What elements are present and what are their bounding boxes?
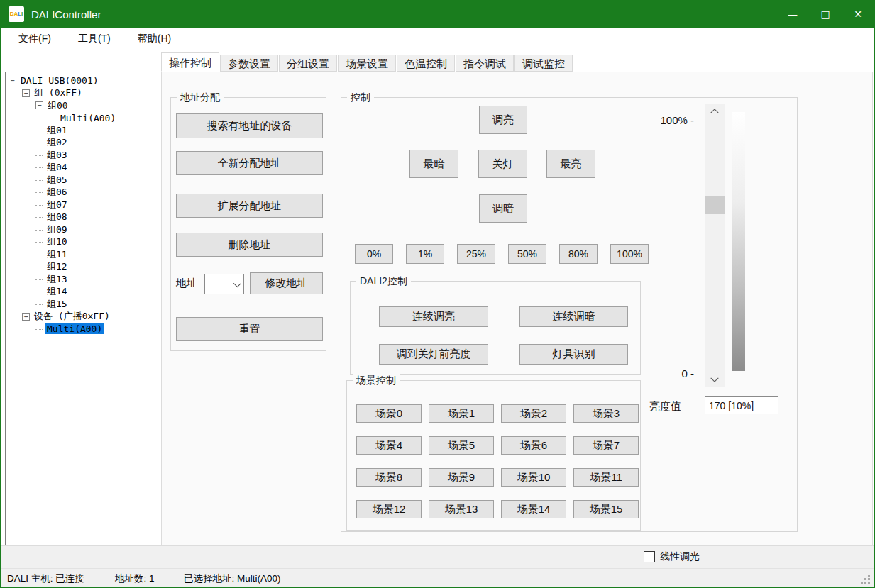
tree-item[interactable]: 组14 xyxy=(6,286,153,299)
tree-item[interactable]: 组03 xyxy=(6,149,153,162)
scene-button[interactable]: 场景15 xyxy=(573,500,639,518)
collapse-icon[interactable]: − xyxy=(22,313,30,321)
dali2-button[interactable]: 连续调暗 xyxy=(519,306,628,327)
tree-item[interactable]: 组06 xyxy=(6,187,153,199)
extend-assign-addresses-button[interactable]: 扩展分配地址 xyxy=(176,194,323,218)
reset-button[interactable]: 重置 xyxy=(176,317,323,341)
tree-item-label[interactable]: Multi(A00) xyxy=(45,323,104,334)
tree-item[interactable]: 组04 xyxy=(6,162,153,174)
tree-item-label[interactable]: 组07 xyxy=(45,199,69,211)
tree-item-label[interactable]: 组08 xyxy=(45,211,69,223)
modify-address-button[interactable]: 修改地址 xyxy=(250,272,323,294)
percent-button[interactable]: 25% xyxy=(457,244,495,264)
tab[interactable]: 调试监控 xyxy=(514,55,573,72)
tree-item-label[interactable]: 组01 xyxy=(45,124,69,137)
tree-item-label[interactable]: 设备 (广播0xFF) xyxy=(33,310,111,323)
collapse-icon[interactable]: − xyxy=(35,101,43,109)
collapse-icon[interactable] xyxy=(49,118,56,118)
tree-item-label[interactable]: 组11 xyxy=(45,248,69,261)
dim-min-button[interactable]: 最暗 xyxy=(409,150,458,178)
brightness-value-field[interactable]: 170 [10%] xyxy=(705,396,778,414)
tree-item[interactable]: 组09 xyxy=(6,223,153,236)
dim-max-button[interactable]: 最亮 xyxy=(546,150,595,178)
lamp-off-button[interactable]: 关灯 xyxy=(478,150,527,178)
scene-button[interactable]: 场景9 xyxy=(429,468,494,487)
maximize-button[interactable]: □ xyxy=(809,1,842,28)
tab[interactable]: 场景设置 xyxy=(338,55,396,72)
dali2-button[interactable]: 灯具识别 xyxy=(519,344,628,365)
tree-item-label[interactable]: 组02 xyxy=(45,136,69,149)
scrollbar-thumb[interactable] xyxy=(705,196,725,214)
close-button[interactable]: ✕ xyxy=(842,1,874,28)
percent-button[interactable]: 50% xyxy=(508,244,546,264)
collapse-icon[interactable] xyxy=(35,131,43,131)
collapse-icon[interactable] xyxy=(35,242,43,243)
collapse-icon[interactable] xyxy=(35,180,43,181)
scene-button[interactable]: 场景10 xyxy=(501,468,566,487)
collapse-icon[interactable] xyxy=(35,292,43,292)
tree-item-label[interactable]: 组10 xyxy=(45,235,69,248)
tree-item[interactable]: 组08 xyxy=(6,211,153,224)
scene-button[interactable]: 场景13 xyxy=(429,500,494,518)
scroll-down-button[interactable] xyxy=(705,373,725,387)
device-tree[interactable]: − DALI USB(0001) − 组 (0xFF) − 组00 Multi(… xyxy=(5,72,153,545)
percent-button[interactable]: 80% xyxy=(559,244,598,264)
tree-item[interactable]: 组12 xyxy=(6,261,153,274)
address-combobox[interactable] xyxy=(204,274,244,294)
scene-button[interactable]: 场景4 xyxy=(356,436,422,455)
dim-up-button[interactable]: 调亮 xyxy=(479,106,527,134)
tree-item-label[interactable]: 组04 xyxy=(45,161,69,174)
linear-dimming-option[interactable]: 线性调光 xyxy=(644,550,700,563)
tree-item[interactable]: − DALI USB(0001) xyxy=(6,74,153,87)
scene-button[interactable]: 场景0 xyxy=(356,404,422,423)
menu-item[interactable]: 文件(F) xyxy=(14,30,55,48)
collapse-icon[interactable]: − xyxy=(22,89,30,97)
tree-item[interactable]: − 组 (0xFF) xyxy=(6,87,153,100)
tree-item-label[interactable]: 组15 xyxy=(45,298,69,311)
tab[interactable]: 指令调试 xyxy=(456,55,514,72)
tree-item[interactable]: 组07 xyxy=(6,199,153,211)
tree-item-label[interactable]: 组05 xyxy=(45,174,69,187)
minimize-button[interactable]: — xyxy=(776,1,809,28)
collapse-icon[interactable] xyxy=(35,143,43,143)
collapse-icon[interactable] xyxy=(35,279,43,280)
collapse-icon[interactable] xyxy=(35,267,43,267)
tree-item[interactable]: Multi(A00) xyxy=(6,323,153,335)
tree-item-label[interactable]: 组03 xyxy=(45,149,69,162)
tab[interactable]: 参数设置 xyxy=(220,55,278,72)
tree-item-label[interactable]: Multi(A00) xyxy=(59,113,117,123)
scroll-up-button[interactable] xyxy=(705,104,725,117)
collapse-icon[interactable] xyxy=(35,155,43,156)
brightness-scrollbar[interactable] xyxy=(705,104,725,387)
tree-item[interactable]: Multi(A00) xyxy=(6,112,153,125)
tree-item-label[interactable]: 组00 xyxy=(46,99,70,112)
delete-address-button[interactable]: 删除地址 xyxy=(176,233,323,257)
search-addressed-devices-button[interactable]: 搜索有地址的设备 xyxy=(176,113,323,138)
scene-button[interactable]: 场景11 xyxy=(573,468,639,487)
tree-item-label[interactable]: 组09 xyxy=(45,223,69,236)
scene-button[interactable]: 场景12 xyxy=(356,500,422,518)
tree-item-label[interactable]: 组 (0xFF) xyxy=(33,87,84,99)
tree-item-label[interactable]: 组12 xyxy=(45,260,69,273)
collapse-icon[interactable] xyxy=(35,205,43,206)
assign-new-addresses-button[interactable]: 全新分配地址 xyxy=(176,151,323,175)
dali2-button[interactable]: 调到关灯前亮度 xyxy=(379,344,488,365)
tree-item[interactable]: 组05 xyxy=(6,174,153,187)
tab[interactable]: 分组设置 xyxy=(279,55,337,72)
collapse-icon[interactable] xyxy=(35,217,43,218)
tree-item-label[interactable]: 组14 xyxy=(45,285,69,298)
tree-item[interactable]: − 设备 (广播0xFF) xyxy=(6,311,153,323)
percent-button[interactable]: 1% xyxy=(406,244,444,264)
scene-button[interactable]: 场景14 xyxy=(501,500,566,518)
scene-button[interactable]: 场景5 xyxy=(429,436,494,455)
tree-item[interactable]: 组15 xyxy=(6,298,153,311)
collapse-icon[interactable] xyxy=(35,192,43,193)
scene-button[interactable]: 场景3 xyxy=(573,404,639,423)
tab[interactable]: 色温控制 xyxy=(397,55,455,72)
collapse-icon[interactable]: − xyxy=(9,77,16,84)
tree-item[interactable]: 组10 xyxy=(6,236,153,249)
resize-grip-icon[interactable] xyxy=(868,582,870,584)
dali2-button[interactable]: 连续调亮 xyxy=(379,306,488,327)
dim-down-button[interactable]: 调暗 xyxy=(479,194,527,223)
tree-item[interactable]: 组02 xyxy=(6,137,153,150)
